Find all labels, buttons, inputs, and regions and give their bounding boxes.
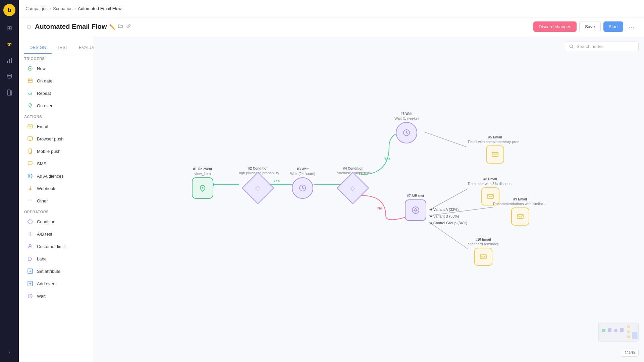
sidebar-label-condition: Condition — [37, 219, 55, 224]
sidebar-label-on-date: On date — [37, 78, 52, 83]
sidebar-item-sms[interactable]: SMS — [21, 158, 91, 170]
sidebar-item-on-event[interactable]: On event — [21, 100, 91, 112]
title-status-dot — [27, 25, 31, 29]
tab-test[interactable]: TEST — [52, 42, 73, 54]
svg-rect-11 — [28, 137, 33, 140]
other-icon: ··· — [27, 197, 34, 204]
webhook-icon — [27, 185, 34, 192]
svg-point-7 — [30, 68, 31, 69]
svg-point-16 — [30, 176, 31, 176]
customer-limit-icon — [27, 243, 34, 250]
mobile-push-icon — [27, 148, 34, 155]
sidebar-item-set-attribute[interactable]: Set attribute — [21, 265, 91, 277]
svg-rect-5 — [7, 90, 10, 95]
minimap[interactable] — [598, 322, 639, 342]
node-3[interactable]: #3 Wait Wait (24 hours) — [290, 167, 315, 199]
sidebar-item-ab-test[interactable]: A/B test — [21, 228, 91, 240]
sidebar-item-label[interactable]: Label — [21, 253, 91, 265]
sidebar-item-mobile-push[interactable]: Mobile push — [21, 145, 91, 157]
start-button[interactable]: Start — [603, 21, 623, 32]
control-group: ● Control Group (34%) — [430, 220, 467, 227]
svg-rect-51 — [627, 325, 630, 328]
ad-audiences-icon — [27, 173, 34, 179]
section-triggers: Triggers — [19, 54, 94, 62]
app-logo: b — [3, 4, 15, 16]
node-3-title: #3 Wait — [290, 167, 315, 171]
node-5-title: #5 Email — [468, 135, 523, 139]
node-7[interactable]: #7 A/B test — [405, 194, 426, 221]
sidebar-label-on-event: On event — [37, 103, 55, 108]
svg-rect-49 — [614, 329, 618, 332]
node-8-title: #8 Email — [468, 177, 513, 181]
sidebar-item-now[interactable]: Now — [21, 62, 91, 74]
sidebar-label-customer-limit: Customer limit — [37, 244, 65, 249]
svg-rect-48 — [608, 328, 611, 332]
node-4[interactable]: #4 Condition Purchase completed? ◇ — [335, 166, 371, 200]
nav-campaigns[interactable] — [3, 38, 16, 51]
svg-rect-47 — [602, 329, 605, 332]
node-4-title: #4 Condition — [335, 166, 371, 171]
node-5[interactable]: #5 Email Email with complementary prod..… — [468, 135, 523, 164]
node-6-box — [396, 122, 417, 143]
breadcrumb-campaigns[interactable]: Campaigns — [25, 6, 48, 11]
folder-icon[interactable] — [118, 23, 123, 30]
sidebar-item-webhook[interactable]: Webhook — [21, 182, 91, 194]
tab-design[interactable]: DESIGN — [24, 42, 52, 54]
flow-title: Automated Email Flow — [35, 23, 107, 31]
breadcrumb: Campaigns › Scenarios › Automated Email … — [25, 6, 121, 11]
edit-icon[interactable]: ✏️ — [109, 24, 115, 29]
node-2[interactable]: #2 Condition High purchase probability ◇ — [237, 166, 279, 200]
sidebar-label-mobile-push: Mobile push — [37, 149, 60, 154]
sidebar-label-email: Email — [37, 124, 48, 129]
sidebar-item-customer-limit[interactable]: Customer limit — [21, 240, 91, 252]
sidebar-item-repeat[interactable]: Repeat — [21, 87, 91, 99]
sms-icon — [27, 160, 34, 167]
node-6-title: #6 Wait — [394, 112, 419, 116]
node-9-title: #9 Email — [493, 197, 547, 201]
node-10[interactable]: #10 Email Standard reminder — [468, 237, 498, 266]
tab-evaluate[interactable]: EVALUATE — [73, 42, 94, 54]
sidebar-item-on-date[interactable]: On date — [21, 75, 91, 87]
node-6[interactable]: #6 Wait Wait (1 weeks) — [394, 112, 419, 143]
set-attribute-icon — [27, 268, 34, 275]
canvas-toolbar — [565, 42, 639, 51]
breadcrumb-scenarios[interactable]: Scenarios — [53, 6, 72, 11]
zoom-badge: 115% — [621, 349, 639, 357]
svg-line-28 — [424, 132, 466, 147]
svg-point-0 — [8, 44, 10, 46]
svg-rect-50 — [620, 328, 624, 332]
nav-collapse[interactable]: ‹ — [3, 345, 16, 358]
nav-database[interactable] — [3, 70, 16, 83]
nav-files[interactable] — [3, 86, 16, 99]
sidebar-item-browser-push[interactable]: Browser push — [21, 133, 91, 145]
search-icon — [569, 44, 574, 49]
sidebar-item-wait[interactable]: Wait — [21, 290, 91, 302]
title-area: Automated Email Flow ✏️ — [27, 23, 131, 31]
search-nodes-input[interactable] — [577, 44, 634, 49]
section-operators: Operators — [19, 207, 94, 215]
node-7-title: #7 A/B test — [407, 194, 424, 198]
sidebar-label-ad-audiences: Ad Audiences — [37, 174, 64, 179]
nav-analytics[interactable] — [3, 54, 16, 67]
sidebar-item-ad-audiences[interactable]: Ad Audiences — [21, 170, 91, 182]
discard-button[interactable]: Discard changes — [533, 21, 577, 32]
save-button[interactable]: Save — [579, 21, 601, 32]
search-nodes-container[interactable] — [565, 42, 639, 51]
sidebar-item-add-event[interactable]: Add event — [21, 278, 91, 290]
sidebar-item-other[interactable]: ··· Other — [21, 195, 91, 207]
sidebar-label-ab-test: A/B test — [37, 232, 52, 237]
flow-canvas[interactable]: Yes Yes No — [94, 36, 644, 362]
nav-dashboard[interactable]: ⊞ — [3, 21, 16, 35]
sidebar-label-now: Now — [37, 66, 46, 71]
node-9-box — [511, 207, 529, 226]
node-1[interactable]: #1 On event view_item — [192, 167, 213, 199]
node-7-box — [405, 199, 426, 221]
link-icon[interactable] — [126, 23, 131, 30]
node-2-title: #2 Condition — [237, 166, 279, 171]
sidebar-item-email[interactable]: Email — [21, 120, 91, 132]
sidebar-item-condition[interactable]: Condition — [21, 216, 91, 228]
node-10-title: #10 Email — [468, 237, 498, 242]
on-date-icon — [27, 77, 34, 84]
more-button[interactable]: ⋯ — [626, 22, 637, 32]
node-9[interactable]: #9 Email Recommendations with similar ..… — [493, 197, 547, 226]
